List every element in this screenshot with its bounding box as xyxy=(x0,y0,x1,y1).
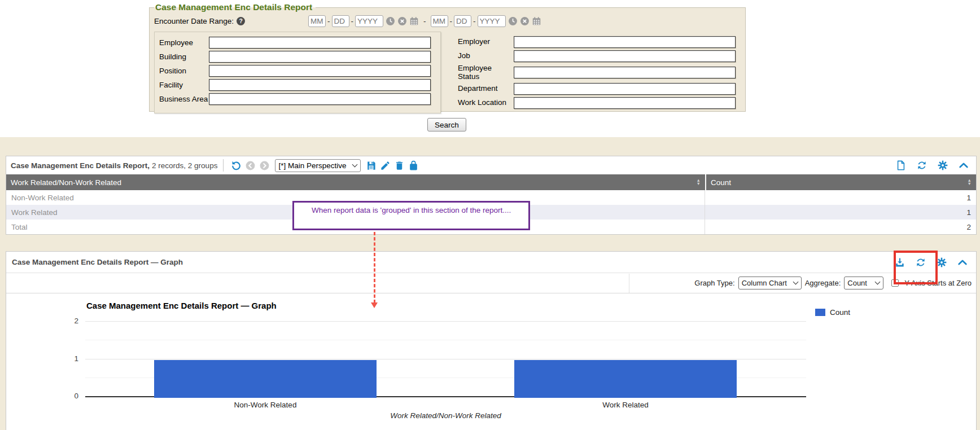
download-highlight-box xyxy=(894,251,938,284)
gridline xyxy=(85,359,806,359)
end-month-input[interactable] xyxy=(431,15,448,27)
position-field[interactable] xyxy=(209,65,431,77)
report-toolbar-right xyxy=(895,160,969,171)
field-label-business-area: Business Area xyxy=(159,95,209,103)
calendar-icon[interactable] xyxy=(409,16,419,26)
graph-type-label: Graph Type: xyxy=(694,279,734,287)
y-tick-label: 2 xyxy=(63,317,78,325)
employee-status-field[interactable] xyxy=(514,67,736,78)
clear-date-icon[interactable] xyxy=(397,16,407,26)
annotation-arrow-head xyxy=(371,302,378,308)
field-label-facility: Facility xyxy=(159,81,209,89)
gridline xyxy=(85,321,806,322)
facility-field[interactable] xyxy=(209,79,431,91)
column-header-label: Work Related/Non-Work Related xyxy=(11,178,121,187)
building-field[interactable] xyxy=(209,51,431,63)
field-label-employee-status: Employee Status xyxy=(458,64,514,81)
calendar-icon[interactable] xyxy=(532,16,541,26)
clock-icon[interactable] xyxy=(386,16,395,26)
perspective-value: [*] Main Perspective xyxy=(278,161,346,170)
graph-type-value: Column Chart xyxy=(742,279,787,287)
sort-icon[interactable]: ▲▼ xyxy=(697,179,701,186)
field-label-employer: Employer xyxy=(458,38,514,46)
date-range-label: Encounter Date Range: xyxy=(154,17,234,25)
aggregate-value: Count xyxy=(847,279,867,287)
clear-date-icon[interactable] xyxy=(520,16,530,26)
aggregate-label: Aggregate: xyxy=(805,279,841,287)
date-separator: - xyxy=(351,17,354,25)
column-header-count[interactable]: Count ▲▼ xyxy=(706,174,976,190)
field-label-work-location: Work Location xyxy=(458,99,514,107)
edit-icon[interactable] xyxy=(380,160,391,171)
chart-legend: Count xyxy=(815,308,850,317)
y-tick-label: 1 xyxy=(63,354,78,363)
range-separator: - xyxy=(423,17,426,25)
annotation-callout: When report data is 'grouped' in this se… xyxy=(292,201,530,230)
new-document-icon[interactable] xyxy=(895,160,907,171)
bar-non-work-related xyxy=(154,360,377,398)
aggregate-select[interactable]: Count xyxy=(844,277,883,289)
employer-field[interactable] xyxy=(514,36,736,48)
save-icon[interactable] xyxy=(366,160,377,171)
form-right-column: Employer Job Employee Status Department … xyxy=(453,32,741,113)
end-day-input[interactable] xyxy=(454,15,471,27)
help-icon[interactable]: ? xyxy=(237,17,245,25)
column-chart: Case Management Enc Details Report — Gra… xyxy=(6,294,976,430)
job-field[interactable] xyxy=(514,50,736,62)
employee-field[interactable] xyxy=(209,37,431,49)
chevron-down-icon xyxy=(793,279,798,285)
controls-divider xyxy=(629,274,629,293)
row-count: 2 xyxy=(705,223,976,231)
search-button[interactable]: Search xyxy=(427,118,466,131)
gear-icon[interactable] xyxy=(936,257,947,268)
x-category-label: Work Related xyxy=(514,401,737,409)
form-columns: Employee Building Position Facility Busi… xyxy=(154,32,741,113)
form-left-column: Employee Building Position Facility Busi… xyxy=(154,32,441,113)
business-area-field[interactable] xyxy=(209,93,431,105)
field-label-job: Job xyxy=(458,52,514,60)
lock-icon[interactable] xyxy=(408,160,419,171)
chevron-down-icon xyxy=(875,279,881,285)
delete-icon[interactable] xyxy=(394,160,405,171)
date-range-row: Encounter Date Range: ? - - - - - xyxy=(154,13,741,29)
bar-work-related xyxy=(514,360,737,398)
graph-controls-row: Graph Type: Column Chart Aggregate: Coun… xyxy=(6,273,976,293)
field-label-building: Building xyxy=(159,52,209,61)
date-separator: - xyxy=(450,17,453,25)
start-year-input[interactable] xyxy=(355,15,383,27)
report-record-count: 2 records, 2 groups xyxy=(152,161,217,170)
start-month-input[interactable] xyxy=(308,15,326,27)
graph-panel-header: Case Management Enc Details Report — Gra… xyxy=(6,252,976,273)
collapse-section-icon[interactable] xyxy=(957,257,968,268)
end-year-input[interactable] xyxy=(478,15,506,27)
chart-title: Case Management Enc Details Report — Gra… xyxy=(86,301,277,310)
sort-icon[interactable]: ▲▼ xyxy=(968,179,972,186)
clock-icon[interactable] xyxy=(508,16,518,26)
date-separator: - xyxy=(327,17,330,25)
graph-panel-title: Case Management Enc Details Report — Gra… xyxy=(12,258,183,266)
field-label-position: Position xyxy=(159,67,209,75)
history-back-icon[interactable] xyxy=(245,160,256,171)
refresh-icon[interactable] xyxy=(916,160,928,171)
report-title: Case Management Enc Details Report, xyxy=(11,161,150,170)
gridline-minor xyxy=(85,340,806,340)
report-toolbar: Case Management Enc Details Report, 2 re… xyxy=(6,156,976,174)
start-day-input[interactable] xyxy=(332,15,349,27)
app-root: Case Management Enc Details Report Encou… xyxy=(0,0,980,430)
search-form-panel: Case Management Enc Details Report Encou… xyxy=(149,2,746,112)
perspective-select[interactable]: [*] Main Perspective xyxy=(275,159,361,172)
department-field[interactable] xyxy=(514,83,736,95)
work-location-field[interactable] xyxy=(514,97,736,109)
graph-type-select[interactable]: Column Chart xyxy=(738,277,802,289)
table-header-row: Work Related/Non-Work Related ▲▼ Count ▲… xyxy=(6,174,976,190)
date-separator: - xyxy=(473,17,476,25)
toolbar-divider xyxy=(223,159,224,172)
column-header-work-related[interactable]: Work Related/Non-Work Related ▲▼ xyxy=(6,174,705,190)
annotation-arrow-line xyxy=(374,232,375,303)
history-forward-icon[interactable] xyxy=(259,160,270,171)
undo-icon[interactable] xyxy=(231,160,242,171)
chevron-down-icon xyxy=(352,161,358,167)
collapse-section-icon[interactable] xyxy=(958,160,969,171)
gear-icon[interactable] xyxy=(937,160,948,171)
x-axis-title: Work Related/Non-Work Related xyxy=(85,411,806,420)
